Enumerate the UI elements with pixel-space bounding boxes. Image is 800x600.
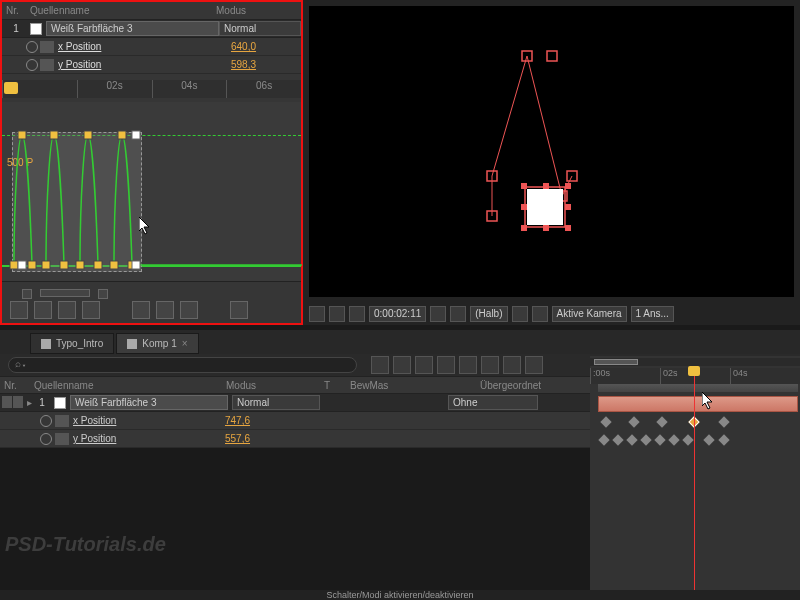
brainstorm-icon[interactable]	[503, 356, 521, 374]
property-name[interactable]: y Position	[58, 59, 231, 70]
property-value[interactable]: 747,6	[225, 415, 250, 426]
fit-all-icon[interactable]	[156, 301, 174, 319]
svg-rect-10	[84, 131, 92, 139]
layer-row[interactable]: 1 Weiß Farbfläche 3 Normal	[2, 20, 301, 38]
graph-toggle-icon[interactable]	[40, 41, 54, 53]
grid-icon[interactable]	[329, 306, 345, 322]
camera-dropdown[interactable]: Aktive Kamera	[552, 306, 627, 322]
keyframe-icon[interactable]	[628, 416, 639, 427]
twirl-icon[interactable]: ▸	[24, 397, 34, 408]
keyframe-icon[interactable]	[703, 434, 714, 445]
keyframe-icon[interactable]	[640, 434, 651, 445]
property-name[interactable]: x Position	[73, 415, 225, 426]
keyframe-icon[interactable]	[598, 434, 609, 445]
svg-rect-9	[50, 131, 58, 139]
shy-toggle-icon[interactable]	[525, 356, 543, 374]
y-keyframe-row[interactable]	[590, 431, 800, 449]
blur-icon[interactable]	[415, 356, 433, 374]
graph-editor[interactable]: 500 P	[2, 102, 301, 282]
keyframe-icon[interactable]	[656, 416, 667, 427]
property-value[interactable]: 557,6	[225, 433, 250, 444]
keyframe-icon[interactable]	[600, 416, 611, 427]
tab-typo-intro[interactable]: Typo_Intro	[30, 333, 114, 354]
frame-blend-icon[interactable]	[437, 356, 455, 374]
stopwatch-icon[interactable]	[26, 59, 38, 71]
svg-rect-30	[565, 204, 571, 210]
keyframe-options-icon[interactable]	[230, 301, 248, 319]
fit-icon[interactable]	[132, 301, 150, 319]
keyframe-icon[interactable]	[718, 434, 729, 445]
navigator-range[interactable]	[594, 359, 638, 365]
zoom-max-icon[interactable]	[98, 289, 108, 299]
col-bewmas: BewMas	[350, 380, 480, 391]
x-position-row[interactable]: x Position 747,6	[0, 412, 590, 430]
playhead[interactable]	[694, 366, 695, 590]
y-position-row[interactable]: y Position 557,6	[0, 430, 590, 448]
time-navigator[interactable]	[590, 358, 800, 366]
auto-zoom-icon[interactable]	[180, 301, 198, 319]
layer-name-field[interactable]: Weiß Farbfläche 3	[46, 21, 219, 36]
tab-komp-1[interactable]: Komp 1 ×	[116, 333, 198, 354]
graph-editor-icon[interactable]	[481, 356, 499, 374]
svg-rect-25	[521, 225, 527, 231]
keyframe-icon[interactable]	[612, 434, 623, 445]
views-dropdown[interactable]: 1 Ans...	[631, 306, 674, 322]
time-ruler[interactable]: 02s 04s 06s	[2, 80, 301, 98]
mask-icon[interactable]	[349, 306, 365, 322]
property-value[interactable]: 640,0	[231, 41, 301, 52]
timecode-display[interactable]: 0:00:02:11	[369, 306, 426, 322]
graph-toggle-icon[interactable]	[40, 59, 54, 71]
roi-icon[interactable]	[512, 306, 528, 322]
3d-icon[interactable]	[459, 356, 477, 374]
visibility-toggles[interactable]	[2, 396, 24, 410]
keyframe-icon[interactable]	[682, 434, 693, 445]
keyframe-icon[interactable]	[654, 434, 665, 445]
x-keyframe-row[interactable]	[590, 413, 800, 431]
search-input[interactable]: ⌕▾	[8, 357, 357, 373]
layer-name-field[interactable]: Weiß Farbfläche 3	[70, 395, 228, 410]
zoom-min-icon[interactable]	[22, 289, 32, 299]
keyframe-icon[interactable]	[626, 434, 637, 445]
snapshot-icon[interactable]	[430, 306, 446, 322]
blend-mode-dropdown[interactable]: Normal	[219, 21, 301, 36]
property-value[interactable]: 598,3	[231, 59, 301, 70]
graph-toggle-icon[interactable]	[55, 415, 69, 427]
svg-rect-18	[547, 51, 557, 61]
stopwatch-icon[interactable]	[40, 433, 52, 445]
magnification-icon[interactable]	[309, 306, 325, 322]
playhead-indicator[interactable]	[4, 82, 18, 94]
work-area-bar[interactable]	[598, 384, 798, 392]
layer-color-swatch[interactable]	[30, 23, 42, 35]
keyframe-icon[interactable]	[668, 434, 679, 445]
curve-svg	[2, 102, 302, 282]
layer-row[interactable]: ▸ 1 Weiß Farbfläche 3 Normal Ohne	[0, 394, 590, 412]
resolution-dropdown[interactable]: (Halb)	[470, 306, 507, 322]
pixel-icon[interactable]	[393, 356, 411, 374]
stopwatch-icon[interactable]	[40, 415, 52, 427]
layer-color-swatch[interactable]	[54, 397, 66, 409]
graph-toggle-icon[interactable]	[55, 433, 69, 445]
keyframe-icon[interactable]	[718, 416, 729, 427]
svg-rect-11	[118, 131, 126, 139]
parent-dropdown[interactable]: Ohne	[448, 395, 538, 410]
eye-icon[interactable]	[10, 301, 28, 319]
graph-type-icon[interactable]	[34, 301, 52, 319]
layer-number: 1	[6, 23, 26, 34]
timeline-tracks[interactable]: :00s 02s 04s	[590, 356, 800, 590]
close-icon[interactable]: ×	[182, 338, 188, 349]
zoom-slider[interactable]	[40, 289, 90, 297]
viewport[interactable]	[309, 6, 794, 297]
stopwatch-icon[interactable]	[26, 41, 38, 53]
snap-icon[interactable]	[82, 301, 100, 319]
transparency-icon[interactable]	[532, 306, 548, 322]
edit-icon[interactable]	[58, 301, 76, 319]
layer-duration-bar[interactable]	[598, 396, 798, 412]
property-name[interactable]: y Position	[73, 433, 225, 444]
svg-rect-13	[132, 131, 140, 139]
x-position-row[interactable]: x Position 640,0	[2, 38, 301, 56]
shy-icon[interactable]	[371, 356, 389, 374]
y-position-row[interactable]: y Position 598,3	[2, 56, 301, 74]
channel-icon[interactable]	[450, 306, 466, 322]
property-name[interactable]: x Position	[58, 41, 231, 52]
blend-mode-dropdown[interactable]: Normal	[232, 395, 320, 410]
